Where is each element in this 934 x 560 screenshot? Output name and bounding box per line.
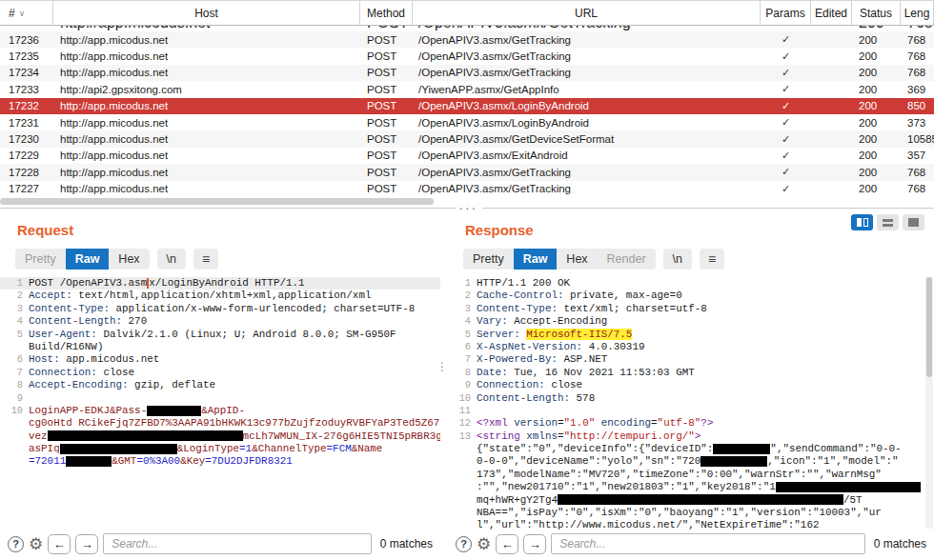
request-settings-gear-icon[interactable]: ⚙ [29,536,43,552]
request-search-next-button[interactable]: → [75,534,98,554]
table-row[interactable]: 17231http://app.micodus.netPOST/OpenAPIV… [0,114,934,130]
table-cell-host: http://api2.gpsxitong.com [53,84,360,95]
request-editor[interactable]: 1POST /OpenAPIV3.asmx/LoginByAndroid HTT… [0,277,440,530]
response-tab-newline[interactable]: \n [663,249,692,270]
table-cell-length: 768 [901,183,934,194]
line-content: mq+hWR+gY2Tg4/5T [477,494,934,507]
line-number: 1 [0,277,29,290]
table-row[interactable]: http://app.micodus.netPOST/OpenAPIV3.asm… [0,26,934,30]
line-content: Server: Microsoft-IIS/7.5 [477,329,934,341]
editor-line: 6X-AspNet-Version: 4.0.30319 [448,341,934,353]
editor-line: Build/R16NW) [0,341,440,353]
code-segment: Content-Length: [477,392,570,404]
code-segment: User-Agent: [29,329,97,340]
line-number [0,430,29,443]
table-cell-url: /OpenAPIV3.asmx/GetTracking [413,50,761,62]
code-segment: Build/R16NW) [29,341,103,352]
layout-columns-button[interactable] [851,214,873,230]
code-segment: vez [29,430,48,442]
code-segment: Host: [29,353,60,365]
table-cell-host: http://app.micodus.net [53,183,360,194]
checkmark-icon: ✓ [782,100,790,112]
table-row[interactable]: 17233http://api2.gpsxitong.comPOST/Yiwen… [0,81,934,97]
request-tab-pretty[interactable]: Pretty [15,249,66,270]
line-number: 10 [448,392,477,405]
code-segment: LoginAPP-EDKJ&Pass- [29,405,147,416]
code-segment: &AppID- [201,405,245,416]
response-search-prev-button[interactable]: ← [496,534,518,554]
column-header-method[interactable]: Method [360,1,413,25]
editor-line: {"state":"0","deviceInfo":{"deviceID":",… [448,443,934,455]
response-tab-pretty[interactable]: Pretty [463,249,514,270]
code-segment: Tue, 16 Nov 2021 11:53:03 GMT [508,367,695,378]
line-number: 8 [448,367,477,379]
request-help-icon[interactable]: ? [8,536,24,552]
response-search-next-button[interactable]: → [523,534,546,554]
response-tab-render[interactable]: Render [598,249,656,270]
code-segment: 578 [570,392,595,404]
redaction-box [60,444,177,454]
checkmark-icon: ✓ [782,166,790,178]
column-header-host[interactable]: Host [53,1,360,25]
layout-rows-button[interactable] [877,214,899,230]
line-content [29,392,440,405]
response-settings-gear-icon[interactable]: ⚙ [477,536,491,552]
request-search-input[interactable] [103,533,371,554]
editor-line: 5Server: Microsoft-IIS/7.5 [448,329,934,341]
line-number [448,519,477,530]
table-cell-length: 768 [901,50,934,62]
response-editor[interactable]: 1HTTP/1.1 200 OK2Cache-Control: private,… [448,277,934,530]
column-header-number[interactable]: # ∨ [0,1,53,25]
line-number [448,494,477,507]
editor-line: vezmcLh7WMUN_IX-276g6HIE5TNI5pRBR3gv [0,430,440,443]
columns-layout-icon [857,218,862,227]
table-row[interactable]: 17234http://app.micodus.netPOST/OpenAPIV… [0,65,934,81]
column-header-length[interactable]: Leng [901,1,934,25]
layout-toggle-buttons [851,214,924,230]
response-menu-icon[interactable]: ≡ [700,249,724,270]
request-tab-newline[interactable]: \n [157,249,186,270]
table-cell-params: ✓ [761,166,811,178]
table-cell-method: POST [360,67,413,78]
table-row[interactable]: 17236http://app.micodus.netPOST/OpenAPIV… [0,31,934,48]
request-menu-icon[interactable]: ≡ [193,249,218,270]
table-cell-url: /OpenAPIV3.asmx/GetTracking [413,67,761,78]
table-cell-host: http://app.micodus.net [53,26,360,31]
request-tab-hex[interactable]: Hex [109,249,149,270]
table-horizontal-scrollbar-thumb[interactable] [0,198,434,205]
line-number [0,417,29,430]
table-row[interactable]: 17232http://app.micodus.netPOST/OpenAPIV… [0,98,934,114]
table-row[interactable]: 17228http://app.micodus.netPOST/OpenAPIV… [0,164,934,180]
table-cell-length: 768 [901,34,934,46]
line-content: Content-Type: text/xml; charset=utf-8 [477,303,934,315]
editor-line: cg0oHtd RCikeFjq7ZFBD7%3AAPA91bHKWK13c97… [0,417,440,430]
line-number [448,481,477,493]
line-number: 9 [448,379,477,391]
code-segment: <string [477,430,520,442]
column-header-url[interactable]: URL [413,1,761,25]
table-row[interactable]: 17229http://app.micodus.netPOST/OpenAPIV… [0,148,934,164]
column-header-edited[interactable]: Edited [811,1,852,25]
line-content: Connection: close [477,379,934,391]
table-row[interactable]: 17230http://app.micodus.netPOST/OpenAPIV… [0,130,934,147]
response-search-input[interactable] [551,533,864,554]
table-row[interactable]: 17227http://app.micodus.netPOST/OpenAPIV… [0,181,934,197]
table-cell-host: http://app.micodus.net [53,100,360,111]
table-row[interactable]: 17235http://app.micodus.netPOST/OpenAPIV… [0,48,934,64]
code-segment: &LoginType [177,443,239,454]
editor-line: asPIq&LoginType=1&ChannelType=FCM&Name [0,443,440,455]
request-tab-raw[interactable]: Raw [66,249,110,270]
response-tab-hex[interactable]: Hex [557,249,597,270]
column-header-params[interactable]: Params [761,1,811,25]
response-help-icon[interactable]: ? [456,536,472,552]
layout-single-button[interactable] [903,214,924,230]
table-cell-num: 17233 [0,84,53,95]
code-segment: 0-0-0","deviceName":"yolo","sn":"720 [477,455,700,467]
column-header-status[interactable]: Status [852,1,901,25]
response-vertical-scrollbar-thumb[interactable] [926,277,932,377]
code-segment: =FCM [327,443,352,454]
response-tab-raw[interactable]: Raw [514,249,558,270]
request-search-prev-button[interactable]: ← [48,534,71,554]
table-cell-method: POST [360,117,413,129]
table-cell-url: /OpenAPIV3.asmx/LoginByAndroid [413,117,761,129]
